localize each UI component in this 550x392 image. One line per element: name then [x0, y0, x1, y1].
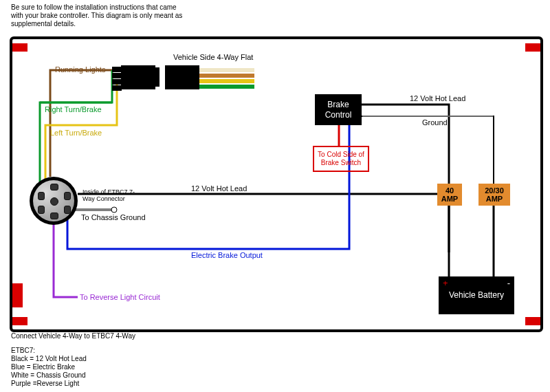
- svg-rect-3: [112, 85, 122, 91]
- label-running-lights: Running Lights: [55, 65, 105, 74]
- label-hot-lead-mid: 12 Volt Hot Lead: [191, 184, 247, 193]
- fuse-2030amp: 20/30 AMP: [478, 184, 510, 206]
- label-reverse: To Reverse Light Circuit: [80, 293, 160, 301]
- fuse-40amp: 40 AMP: [437, 184, 462, 206]
- label-7way-inside: Inside of ETBC7 7-Way Connector: [82, 189, 138, 203]
- footer-line5: White = Chassis Ground: [11, 371, 86, 380]
- svg-point-4: [111, 207, 117, 213]
- footer-line3: Black = 12 Volt Hot Lead: [11, 355, 87, 363]
- etbc7-4way-connector: [121, 65, 155, 89]
- footer-line1: Connect Vehicle 4-Way to ETBC7 4-Way: [11, 332, 135, 340]
- header-instructions: Be sure to follow the installation instr…: [11, 3, 190, 28]
- svg-rect-2: [112, 79, 122, 85]
- svg-rect-0: [112, 67, 122, 72]
- battery-label: Vehicle Battery: [449, 290, 504, 300]
- label-right-turn: Right Turn/Brake: [45, 105, 102, 113]
- label-left-turn: Left Turn/Brake: [50, 129, 102, 137]
- diagram-frame: Brake Control To Cold Side of Brake Swit…: [10, 36, 543, 332]
- cold-side-box: To Cold Side of Brake Switch: [313, 146, 369, 172]
- svg-rect-1: [112, 73, 122, 78]
- label-chassis-ground: To Chassis Ground: [81, 213, 146, 221]
- label-electric-brake: Electric Brake Output: [191, 251, 263, 259]
- label-ground: Ground: [422, 118, 448, 127]
- battery-plus: +: [443, 278, 448, 289]
- footer-line2: ETBC7:: [11, 347, 35, 355]
- battery-minus: -: [507, 278, 510, 289]
- brake-control-box: Brake Control: [315, 94, 362, 125]
- label-vehicle-4way: Vehicle Side 4-Way Flat: [173, 53, 253, 61]
- label-hot-lead-top: 12 Volt Hot Lead: [410, 94, 465, 102]
- vehicle-battery-box: + - Vehicle Battery: [439, 276, 514, 314]
- vehicle-4way-connector: [165, 65, 199, 89]
- footer-line4: Blue = Electric Brake: [11, 363, 75, 371]
- etbc7-7way-connector: [30, 177, 78, 225]
- footer-line6: Purple =Reverse Light: [11, 380, 79, 388]
